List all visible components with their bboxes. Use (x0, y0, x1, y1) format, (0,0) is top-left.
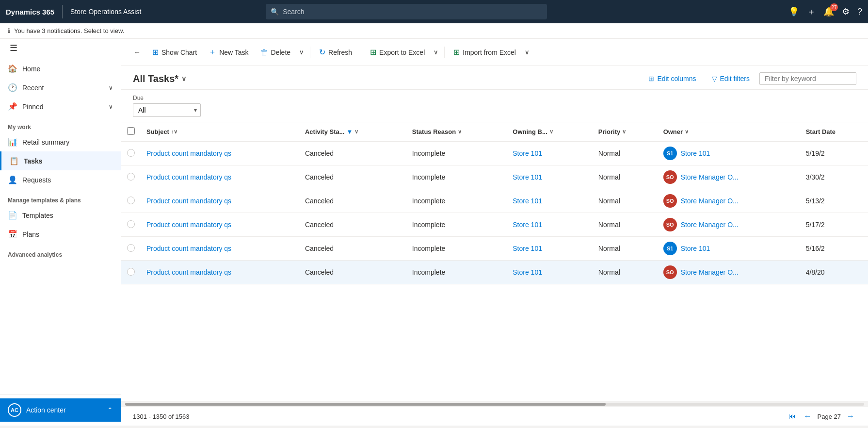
show-chart-button[interactable]: ⊞ Show Chart (147, 45, 202, 60)
owner-sort-button[interactable]: Owner ∨ (663, 128, 794, 135)
action-center-item[interactable]: AC Action center ⌃ (0, 398, 121, 422)
next-page-button[interactable]: → (845, 411, 856, 422)
import-dropdown-button[interactable]: ∨ (523, 46, 531, 59)
activity-status-filter-icon[interactable]: ▼ (347, 128, 353, 135)
import-button[interactable]: ⊞ Import from Excel (449, 45, 521, 60)
sidebar-item-plans[interactable]: 📅 Plans (0, 225, 121, 244)
owner-link[interactable]: Store Manager O... (681, 268, 739, 276)
owner-link[interactable]: Store Manager O... (681, 173, 739, 181)
edit-columns-button[interactable]: ⊞ Edit columns (643, 72, 702, 85)
owner-link[interactable]: Store Manager O... (681, 197, 739, 205)
task-link[interactable]: Product count mandatory qs (146, 268, 231, 276)
start-date-cell: 4/8/20 (800, 261, 868, 284)
sidebar-item-requests-label: Requests (22, 176, 51, 184)
export-icon: ⊞ (370, 48, 376, 57)
table-row: Product count mandatory qs Canceled Inco… (121, 261, 868, 284)
row-checkbox-cell (121, 213, 141, 237)
add-icon[interactable]: ＋ (807, 6, 816, 17)
filter-keyword-input[interactable] (759, 72, 856, 85)
owner-sort-icon: ∨ (685, 129, 689, 135)
prev-page-button[interactable]: ← (802, 411, 814, 422)
store-link[interactable]: Store 101 (513, 268, 542, 276)
refresh-button[interactable]: ↻ Refresh (314, 45, 357, 60)
back-button[interactable]: ← (129, 46, 145, 59)
recent-chevron-icon: ∨ (109, 84, 113, 91)
edit-filters-button[interactable]: ▽ Edit filters (706, 72, 755, 85)
activity-status-sort-button[interactable]: Activity Sta... ▼ ∨ (305, 128, 401, 135)
sidebar-item-templates-label: Templates (22, 212, 53, 219)
sidebar-item-home[interactable]: 🏠 Home (0, 59, 121, 78)
tasks-table-wrap: Subject ↑∨ Activity Sta... ▼ ∨ (121, 122, 868, 401)
notifications-icon[interactable]: 🔔 27 (823, 6, 834, 17)
sidebar-item-tasks[interactable]: 📋 Tasks (0, 151, 121, 170)
sidebar-item-recent[interactable]: 🕐 Recent ∨ (0, 78, 121, 97)
owning-business-sort-button[interactable]: Owning B... ∨ (513, 128, 587, 135)
table-row: Product count mandatory qs Canceled Inco… (121, 237, 868, 261)
priority-sort-icon: ∨ (622, 129, 626, 135)
priority-sort-button[interactable]: Priority ∨ (598, 128, 652, 135)
my-work-section-label: My work (0, 116, 121, 132)
store-link[interactable]: Store 101 (513, 173, 542, 181)
top-nav: Dynamics 365 Store Operations Assist 🔍 💡… (0, 0, 868, 23)
sidebar-item-home-label: Home (22, 65, 40, 73)
row-checkbox[interactable] (127, 149, 135, 157)
action-center-chevron-icon: ⌃ (107, 406, 113, 414)
owning-business-cell: Store 101 (507, 261, 593, 284)
task-link[interactable]: Product count mandatory qs (146, 245, 231, 252)
horizontal-scrollbar[interactable] (121, 401, 868, 407)
delete-dropdown-button[interactable]: ∨ (297, 46, 306, 59)
store-link[interactable]: Store 101 (513, 221, 542, 229)
lightbulb-icon[interactable]: 💡 (788, 6, 799, 17)
task-link[interactable]: Product count mandatory qs (146, 173, 231, 181)
search-box[interactable]: 🔍 (266, 4, 547, 19)
task-link[interactable]: Product count mandatory qs (146, 149, 231, 157)
owner-cell-inner: SO Store Manager O... (663, 194, 794, 208)
task-link[interactable]: Product count mandatory qs (146, 197, 231, 205)
owner-header-label: Owner (663, 128, 683, 135)
sidebar-item-requests[interactable]: 👤 Requests (0, 170, 121, 189)
sidebar-item-retail-summary[interactable]: 📊 Retail summary (0, 132, 121, 151)
start-date-sort-button[interactable]: Start Date (806, 128, 862, 135)
row-checkbox[interactable] (127, 268, 135, 276)
store-link[interactable]: Store 101 (513, 149, 542, 157)
sidebar-item-pinned[interactable]: 📌 Pinned ∨ (0, 97, 121, 116)
scroll-track (125, 403, 864, 406)
status-reason-sort-button[interactable]: Status Reason ∨ (412, 128, 501, 135)
delete-button[interactable]: 🗑 Delete (256, 45, 295, 60)
first-page-button[interactable]: ⏮ (787, 411, 798, 422)
notif-text: You have 3 notifications. Select to view… (14, 27, 124, 34)
notification-bar[interactable]: ℹ You have 3 notifications. Select to vi… (0, 23, 868, 39)
row-checkbox[interactable] (127, 244, 135, 252)
hamburger-button[interactable]: ☰ (6, 39, 21, 57)
view-actions: ⊞ Edit columns ▽ Edit filters (643, 72, 856, 85)
subject-cell: Product count mandatory qs (141, 213, 299, 237)
subject-cell: Product count mandatory qs (141, 189, 299, 213)
subject-header-label: Subject (146, 128, 169, 135)
search-icon: 🔍 (271, 8, 279, 16)
new-task-button[interactable]: ＋ New Task (204, 44, 253, 60)
sidebar-item-templates[interactable]: 📄 Templates (0, 206, 121, 225)
row-checkbox[interactable] (127, 173, 135, 181)
owner-avatar: SO (663, 218, 677, 231)
store-link[interactable]: Store 101 (513, 245, 542, 252)
row-checkbox[interactable] (127, 197, 135, 204)
view-title-chevron-icon[interactable]: ∨ (181, 75, 186, 82)
export-button[interactable]: ⊞ Export to Excel (365, 45, 430, 60)
owner-link[interactable]: Store 101 (681, 245, 710, 252)
task-link[interactable]: Product count mandatory qs (146, 221, 231, 229)
export-dropdown-button[interactable]: ∨ (432, 46, 440, 59)
subject-cell: Product count mandatory qs (141, 261, 299, 284)
store-link[interactable]: Store 101 (513, 197, 542, 205)
row-checkbox[interactable] (127, 220, 135, 228)
select-all-checkbox[interactable] (127, 127, 135, 135)
delete-dropdown-icon: ∨ (299, 49, 304, 56)
search-input[interactable] (283, 8, 542, 16)
help-icon[interactable]: ? (857, 7, 862, 17)
subject-sort-button[interactable]: Subject ↑∨ (146, 128, 293, 135)
settings-icon[interactable]: ⚙ (842, 6, 850, 17)
owner-link[interactable]: Store Manager O... (681, 221, 739, 229)
due-filter-select[interactable]: All Today This week Overdue (133, 103, 201, 117)
start-date-column-header: Start Date (800, 122, 868, 142)
scroll-thumb[interactable] (125, 403, 606, 406)
owner-link[interactable]: Store 101 (681, 149, 710, 157)
